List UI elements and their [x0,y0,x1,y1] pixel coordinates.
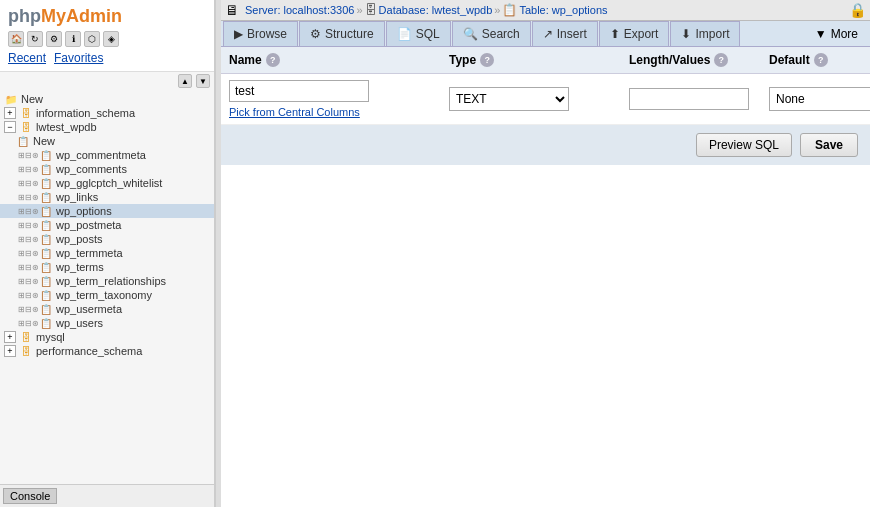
tree-item-mysql[interactable]: + 🗄 mysql [0,330,214,344]
table-icon-wp-postmeta: 📋 [39,219,53,231]
tree-item-wp-postmeta[interactable]: ⊞⊟⊛ 📋 wp_postmeta [0,218,214,232]
pma-logo: phpMyAdmin [8,6,206,27]
table-icon-wp-ggl: 📋 [39,177,53,189]
info-icon[interactable]: ℹ [65,31,81,47]
table-mini-icons2: ⊞⊟⊛ [18,165,39,174]
recent-tab[interactable]: Recent [8,51,46,65]
expander-lwtest-wpdb[interactable]: − [4,121,16,133]
extra-icon[interactable]: ◈ [103,31,119,47]
breadcrumb-server[interactable]: Server: localhost:3306 [245,4,354,16]
table-icon-wp-links: 📋 [39,191,53,203]
type-select[interactable]: TEXT INT VARCHAR BLOB [449,87,569,111]
logo-admin: Admin [66,6,122,26]
table-icon-wp-terms: 📋 [39,261,53,273]
tab-export-label: Export [624,27,659,41]
db-icon-lwtest-wpdb: 🗄 [19,121,33,133]
tree-item-wp-terms[interactable]: ⊞⊟⊛ 📋 wp_terms [0,260,214,274]
length-input[interactable] [629,88,749,110]
tree-item-wp-gglcptch-whitelist[interactable]: ⊞⊟⊛ 📋 wp_gglcptch_whitelist [0,176,214,190]
tree-item-information-schema[interactable]: + 🗄 information_schema [0,106,214,120]
table-icon-wp-users: 📋 [39,317,53,329]
tree-item-wp-termmeta[interactable]: ⊞⊟⊛ 📋 wp_termmeta [0,246,214,260]
col-length-help[interactable]: ? [714,53,728,67]
col-type-help[interactable]: ? [480,53,494,67]
tree-item-wp-options[interactable]: ⊞⊟⊛ 📋 wp_options [0,204,214,218]
tree-item-wp-posts[interactable]: ⊞⊟⊛ 📋 wp_posts [0,232,214,246]
name-input[interactable] [229,80,369,102]
tab-import-label: Import [695,27,729,41]
home-icon[interactable]: 🏠 [8,31,24,47]
tab-structure[interactable]: ⚙ Structure [299,21,385,46]
settings-icon[interactable]: ⚙ [46,31,62,47]
expander-mysql[interactable]: + [4,331,16,343]
tab-sql[interactable]: 📄 SQL [386,21,451,46]
lock-icon: 🔒 [849,2,866,18]
tree-item-wp-term-relationships[interactable]: ⊞⊟⊛ 📋 wp_term_relationships [0,274,214,288]
table-icon-wp-posts: 📋 [39,233,53,245]
expander-information-schema[interactable]: + [4,107,16,119]
tab-more[interactable]: ▼ More [805,21,868,46]
tab-sql-label: SQL [416,27,440,41]
tab-more-label: More [831,27,858,41]
tab-export[interactable]: ⬆ Export [599,21,670,46]
insert-icon: ↗ [543,27,553,41]
tree-item-wp-links[interactable]: ⊞⊟⊛ 📋 wp_links [0,190,214,204]
tree-item-wp-comments[interactable]: ⊞⊟⊛ 📋 wp_comments [0,162,214,176]
tree-item-performance-schema[interactable]: + 🗄 performance_schema [0,344,214,358]
tree-item-wp-term-taxonomy[interactable]: ⊞⊟⊛ 📋 wp_term_taxonomy [0,288,214,302]
tree-label-wp-usermeta: wp_usermeta [56,303,122,315]
tree-label-wp-options: wp_options [56,205,112,217]
scroll-down-btn[interactable]: ▼ [196,74,210,88]
tree-item-wp-commentmeta[interactable]: ⊞⊟⊛ 📋 wp_commentmeta [0,148,214,162]
server-icon: 🖥 [225,2,239,18]
nav-tabs: ▶ Browse ⚙ Structure 📄 SQL 🔍 Search ↗ In… [221,21,870,47]
col-name-help[interactable]: ? [266,53,280,67]
db-icon-performance-schema: 🗄 [19,345,33,357]
col-type: Type ? [449,53,629,67]
col-default-help[interactable]: ? [814,53,828,67]
breadcrumb: Server: localhost:3306 » 🗄 Database: lwt… [245,3,847,17]
preview-sql-button[interactable]: Preview SQL [696,133,792,157]
tab-browse[interactable]: ▶ Browse [223,21,298,46]
breadcrumb-database[interactable]: Database: lwtest_wpdb [379,4,493,16]
tree-label-lwtest-new: New [33,135,55,147]
tab-import[interactable]: ⬇ Import [670,21,740,46]
table-icon-wp-term-rel: 📋 [39,275,53,287]
tree-area: 📁 New + 🗄 information_schema − 🗄 lwtest_… [0,90,214,484]
scroll-up-btn[interactable]: ▲ [178,74,192,88]
table-icon-wp-term-tax: 📋 [39,289,53,301]
save-button[interactable]: Save [800,133,858,157]
sidebar-header: phpMyAdmin 🏠 ↻ ⚙ ℹ ⬡ ◈ Recent Favorites [0,0,214,72]
default-select[interactable]: None As defined NULL CURRENT_TIMESTAMP [769,87,870,111]
search-icon: 🔍 [463,27,478,41]
export-icon: ⬆ [610,27,620,41]
tree-item-wp-usermeta[interactable]: ⊞⊟⊛ 📋 wp_usermeta [0,302,214,316]
tab-search-label: Search [482,27,520,41]
new-root-icon: 📁 [4,93,18,105]
tree-item-lwtest-new[interactable]: 📋 New [0,134,214,148]
table-icon-wp-comments: 📋 [39,163,53,175]
tab-search[interactable]: 🔍 Search [452,21,531,46]
name-cell: Pick from Central Columns [229,80,449,118]
structure-icon: ⚙ [310,27,321,41]
tree-item-new-root[interactable]: 📁 New [0,92,214,106]
db-breadcrumb-icon: 🗄 [365,3,377,17]
breadcrumb-table[interactable]: Table: wp_options [519,4,607,16]
tree-label-wp-term-relationships: wp_term_relationships [56,275,166,287]
col-default-label: Default [769,53,810,67]
pick-from-central-link[interactable]: Pick from Central Columns [229,106,449,118]
refresh-icon[interactable]: ↻ [27,31,43,47]
table-icon-wp-commentmeta: 📋 [39,149,53,161]
tree-label-information-schema: information_schema [36,107,135,119]
tab-insert[interactable]: ↗ Insert [532,21,598,46]
console-button[interactable]: Console [3,488,57,504]
favorites-tab[interactable]: Favorites [54,51,103,65]
tree-label-mysql: mysql [36,331,65,343]
tree-label-lwtest-wpdb: lwtest_wpdb [36,121,97,133]
tree-item-lwtest-wpdb[interactable]: − 🗄 lwtest_wpdb [0,120,214,134]
default-cell: None As defined NULL CURRENT_TIMESTAMP [769,87,870,111]
expander-performance-schema[interactable]: + [4,345,16,357]
tab-browse-label: Browse [247,27,287,41]
exit-icon[interactable]: ⬡ [84,31,100,47]
tree-item-wp-users[interactable]: ⊞⊟⊛ 📋 wp_users [0,316,214,330]
